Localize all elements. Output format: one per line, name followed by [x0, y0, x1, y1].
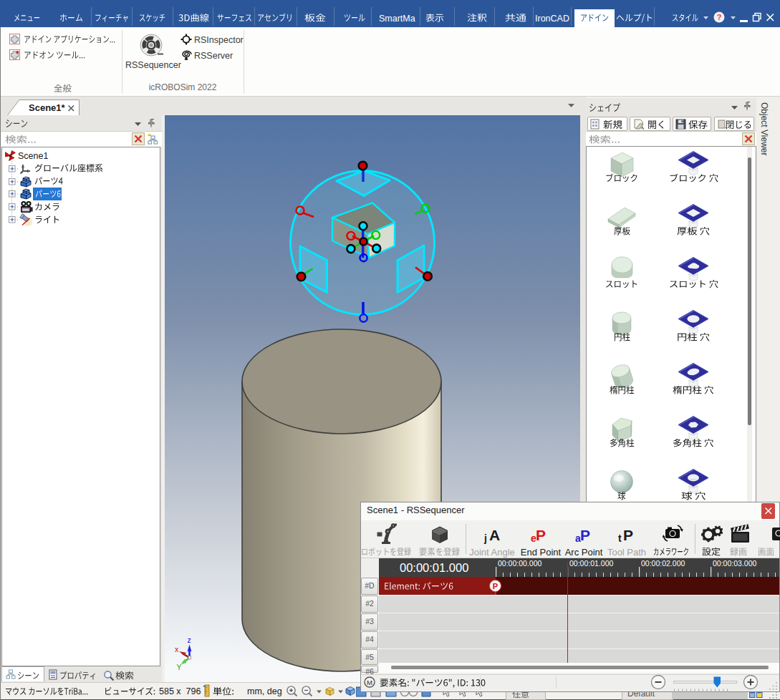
svg-text:?: ? [717, 13, 722, 21]
svg-text:Y: Y [177, 663, 182, 671]
svg-text:x: x [175, 645, 179, 653]
svg-text:z: z [188, 636, 191, 644]
svg-text:P: P [493, 582, 498, 590]
svg-text:M: M [367, 679, 372, 686]
